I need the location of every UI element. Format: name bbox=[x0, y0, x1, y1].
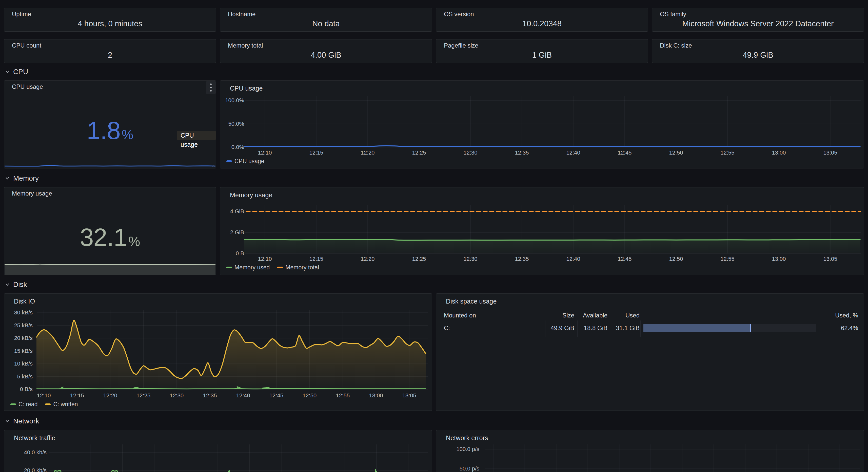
x-tick-label: 13:05 bbox=[823, 256, 837, 262]
legend-series-label: C: read bbox=[19, 401, 37, 408]
y-tick-label: 40.0 kb/s bbox=[4, 449, 46, 456]
section-row-cpu[interactable]: CPU bbox=[5, 68, 28, 76]
x-tick-label: 12:55 bbox=[720, 256, 734, 262]
stat-value: 4 hours, 0 minutes bbox=[4, 19, 216, 28]
stat-value: 4.00 GiB bbox=[220, 50, 432, 60]
cpu-usage-chart-panel: CPU usage 100.0%50.0%0.0%12:1012:1512:20… bbox=[220, 80, 864, 168]
section-row-network[interactable]: Network bbox=[5, 417, 39, 425]
memory-usage-chart-panel: Memory usage 4 GiB2 GiB0 B12:1012:1512:2… bbox=[220, 187, 864, 275]
stat-panel-uptime: Uptime 4 hours, 0 minutes bbox=[4, 8, 216, 32]
legend-item[interactable]: Memory used bbox=[226, 264, 270, 271]
stat-title: Uptime bbox=[12, 11, 31, 18]
x-tick-label: 13:05 bbox=[823, 149, 837, 156]
disk-space-usage-panel: Disk space usage Mounted on Size Availab… bbox=[436, 294, 864, 411]
stat-panel-memory-total: Memory total 4.00 GiB bbox=[220, 39, 432, 63]
x-tick-label: 12:35 bbox=[203, 392, 217, 399]
memory-sparkline bbox=[5, 263, 215, 275]
network-errors-chart-panel: Network errors 100.0 p/s50.0 p/s bbox=[436, 430, 864, 472]
y-tick-label: 50.0 p/s bbox=[436, 465, 479, 472]
y-tick-label: 10 kB/s bbox=[4, 361, 33, 367]
network_errors-plot[interactable] bbox=[436, 430, 864, 472]
x-tick-label: 12:10 bbox=[37, 392, 51, 399]
y-tick-label: 100.0% bbox=[220, 97, 244, 104]
section-row-disk[interactable]: Disk bbox=[5, 280, 27, 289]
legend-item[interactable]: C: read bbox=[10, 401, 37, 408]
x-tick-label: 12:20 bbox=[361, 149, 374, 156]
stat-title: Memory total bbox=[228, 42, 263, 49]
col-header-used-pct[interactable]: Used, % bbox=[807, 312, 858, 319]
x-tick-label: 13:00 bbox=[369, 392, 383, 399]
stat-title: OS family bbox=[660, 11, 686, 18]
grafana-dashboard: Uptime 4 hours, 0 minutes Hostname No da… bbox=[0, 0, 868, 472]
stat-title: Pagefile size bbox=[444, 42, 478, 49]
kebab-menu-icon bbox=[210, 82, 212, 93]
stat-value: 2 bbox=[4, 50, 216, 60]
y-tick-label: 25 kB/s bbox=[4, 322, 33, 329]
column-divider bbox=[640, 321, 641, 337]
x-tick-label: 12:10 bbox=[258, 149, 272, 156]
legend-item[interactable]: Memory total bbox=[277, 264, 319, 271]
stat-panel-disk-c-size: Disk C: size 49.9 GiB bbox=[652, 39, 864, 63]
y-tick-label: 5 kB/s bbox=[4, 373, 33, 380]
legend-series-marker bbox=[277, 267, 283, 268]
x-tick-label: 12:35 bbox=[515, 149, 529, 156]
stat-panel-os-family: OS family Microsoft Windows Server 2022 … bbox=[652, 8, 864, 32]
x-tick-label: 12:15 bbox=[309, 256, 323, 262]
stat-title: Hostname bbox=[228, 11, 255, 18]
table-header-divider bbox=[443, 320, 858, 320]
chevron-down-icon bbox=[5, 69, 10, 75]
legend-item[interactable]: CPU usage bbox=[226, 158, 265, 165]
x-tick-label: 12:55 bbox=[720, 149, 734, 156]
stat-panel-hostname: Hostname No data bbox=[220, 8, 432, 32]
panel-title: CPU usage bbox=[12, 83, 43, 90]
x-tick-label: 12:30 bbox=[463, 149, 477, 156]
panel-title: Memory usage bbox=[12, 190, 52, 197]
col-header-used[interactable]: Used bbox=[589, 312, 640, 319]
disk_io-plot[interactable] bbox=[4, 294, 432, 411]
section-title-network: Network bbox=[13, 417, 39, 425]
x-tick-label: 12:25 bbox=[136, 392, 150, 399]
network-traffic-chart-panel: Network traffic 40.0 kb/s20.0 kb/s bbox=[4, 430, 432, 472]
panel-title: Disk space usage bbox=[446, 298, 497, 305]
panel-resize-handle[interactable] bbox=[211, 163, 215, 167]
chart-legend: Memory usedMemory total bbox=[226, 264, 319, 271]
x-tick-label: 12:35 bbox=[515, 256, 529, 262]
x-tick-label: 13:05 bbox=[402, 392, 416, 399]
y-tick-label: 4 GiB bbox=[220, 208, 244, 215]
legend-series-label: Memory used bbox=[235, 264, 270, 271]
y-tick-label: 20.0 kb/s bbox=[4, 467, 46, 472]
stat-value: 1 GiB bbox=[436, 50, 648, 60]
x-tick-label: 12:30 bbox=[169, 392, 184, 399]
x-tick-label: 12:50 bbox=[669, 256, 683, 262]
chevron-down-icon bbox=[5, 418, 10, 424]
x-tick-label: 12:20 bbox=[361, 256, 374, 262]
stat-panel-pagefile-size: Pagefile size 1 GiB bbox=[436, 39, 648, 63]
x-tick-label: 13:00 bbox=[772, 149, 786, 156]
series-tooltip: CPU usage bbox=[177, 131, 216, 140]
memory-usage-stat-panel: Memory usage 32.1% bbox=[4, 187, 216, 275]
col-header-mounted-on[interactable]: Mounted on bbox=[444, 312, 476, 319]
y-tick-label: 0.0% bbox=[220, 144, 244, 150]
panel-menu-button[interactable] bbox=[206, 81, 216, 94]
x-tick-label: 12:15 bbox=[70, 392, 84, 399]
section-title-cpu: CPU bbox=[13, 68, 28, 76]
legend-series-label: C: written bbox=[53, 401, 78, 408]
stat-value: Microsoft Windows Server 2022 Datacenter bbox=[652, 19, 864, 28]
chevron-down-icon bbox=[5, 282, 10, 288]
x-tick-label: 12:20 bbox=[103, 392, 117, 399]
legend-series-marker bbox=[10, 403, 16, 405]
stat-value: 10.0.20348 bbox=[436, 19, 648, 28]
section-row-memory[interactable]: Memory bbox=[5, 174, 39, 182]
cell-used: 31.1 GiB bbox=[589, 325, 640, 332]
legend-item[interactable]: C: written bbox=[45, 401, 78, 408]
legend-series-marker bbox=[226, 160, 232, 162]
x-tick-label: 12:25 bbox=[412, 256, 426, 262]
y-tick-label: 0 B bbox=[220, 250, 244, 257]
y-tick-label: 15 kB/s bbox=[4, 348, 33, 355]
cpu-usage-stat-panel: CPU usage 1.8% CPU usage bbox=[4, 80, 216, 168]
section-title-disk: Disk bbox=[13, 280, 27, 289]
x-tick-label: 12:25 bbox=[412, 149, 426, 156]
stat-value: 49.9 GiB bbox=[652, 50, 864, 60]
x-tick-label: 12:45 bbox=[270, 392, 283, 399]
network_traffic-plot[interactable] bbox=[4, 430, 432, 472]
